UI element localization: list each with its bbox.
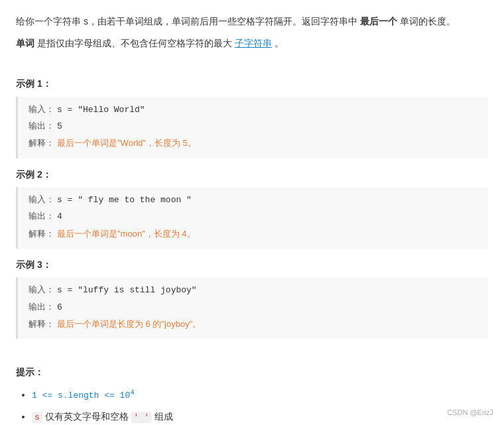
example-1-output-value: 5 [57, 119, 62, 134]
hint-2-quote: ' ' [131, 412, 152, 423]
hint-2-code: s [32, 412, 42, 423]
footer: CSDN @ErizJ [447, 406, 493, 420]
hint-item-1: 1 <= s.length <= 104 [32, 387, 488, 404]
example-2-box: 输入： s = " fly me to the moon " 输出： 4 解释：… [16, 187, 488, 249]
example-3: 示例 3： 输入： s = "luffy is still joyboy" 输出… [16, 257, 488, 339]
example-3-output-value: 6 [57, 300, 62, 315]
example-2-title: 示例 2： [16, 166, 488, 183]
substring-link[interactable]: 子字符串 [235, 38, 272, 48]
example-1: 示例 1： 输入： s = "Hello World" 输出： 5 解释： 最后… [16, 76, 488, 158]
example-2-output-value: 4 [57, 209, 62, 224]
example-1-output-label: 输出： [29, 119, 54, 134]
hint-list: 1 <= s.length <= 104 s 仅有英文字母和空格 ' ' 组成 … [16, 387, 488, 425]
word-label: 单词 [16, 38, 34, 48]
intro-paragraph-1: 给你一个字符串 s，由若干单词组成，单词前后用一些空格字符隔开。返回字符串中 最… [16, 13, 488, 30]
example-3-box: 输入： s = "luffy is still joyboy" 输出： 6 解释… [16, 277, 488, 339]
example-3-input-value: s = "luffy is still joyboy" [57, 282, 197, 298]
intro-text-2: 单词的长度。 [400, 16, 456, 27]
intro-text-1: 给你一个字符串 s，由若干单词组成，单词前后用一些空格字符隔开。返回字符串中 [16, 16, 357, 27]
example-1-explain-value: 最后一个单词是"World"，长度为 5。 [57, 135, 196, 151]
hint-1-sup: 4 [130, 389, 135, 396]
example-2-input-value: s = " fly me to the moon " [57, 192, 192, 208]
example-2-output-label: 输出： [29, 209, 54, 224]
example-2: 示例 2： 输入： s = " fly me to the moon " 输出：… [16, 166, 488, 249]
example-1-explain-label: 解释： [29, 136, 54, 151]
example-3-input-label: 输入： [29, 282, 54, 298]
word-def-text: 是指仅由字母组成、不包含任何空格字符的最大 [37, 38, 232, 48]
example-1-input-label: 输入： [29, 102, 54, 117]
word-def-post: 。 [275, 38, 284, 48]
hints-section: 提示： 1 <= s.length <= 104 s 仅有英文字母和空格 ' '… [16, 364, 488, 425]
example-3-output-label: 输出： [29, 300, 54, 315]
example-1-box: 输入： s = "Hello World" 输出： 5 解释： 最后一个单词是"… [16, 97, 488, 158]
examples-container: 示例 1： 输入： s = "Hello World" 输出： 5 解释： 最后… [16, 76, 488, 339]
example-1-title: 示例 1： [16, 76, 488, 92]
example-2-input-label: 输入： [29, 192, 54, 208]
example-3-explain-label: 解释： [29, 317, 54, 332]
example-2-explain-value: 最后一个单词是"moon"，长度为 4。 [57, 226, 196, 241]
intro-bold: 最后一个 [360, 16, 397, 27]
hint-item-2: s 仅有英文字母和空格 ' ' 组成 [32, 408, 488, 425]
example-3-explain-value: 最后一个单词是长度为 6 的"joyboy"。 [57, 316, 201, 332]
hint-1-code: 1 <= s.length <= 104 [32, 391, 135, 400]
example-3-title: 示例 3： [16, 257, 488, 273]
hint-2-text: 仅有英文字母和空格 [45, 411, 131, 422]
intro-paragraph-2: 单词 是指仅由字母组成、不包含任何空格字符的最大 子字符串 。 [16, 35, 488, 52]
hint-2-text2: 组成 [155, 411, 173, 422]
hints-title: 提示： [16, 364, 488, 381]
example-2-explain-label: 解释： [29, 227, 54, 242]
example-1-input-value: s = "Hello World" [57, 102, 145, 117]
